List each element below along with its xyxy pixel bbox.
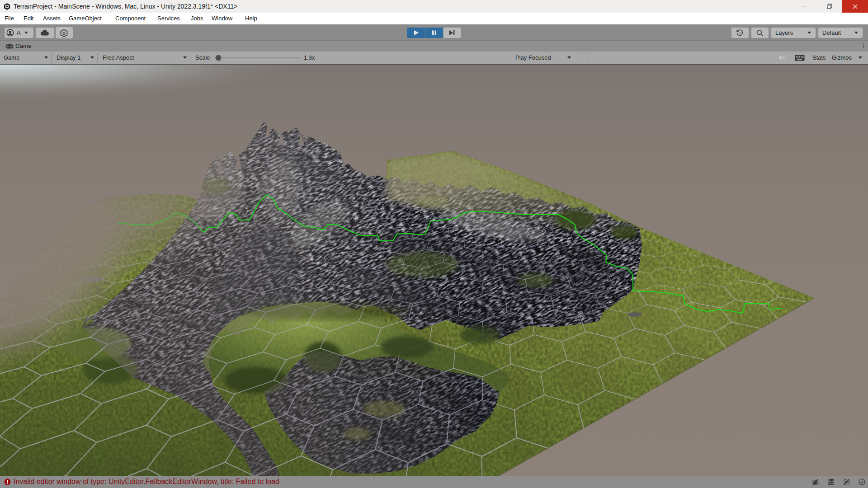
svg-text:D: D [62,31,66,36]
